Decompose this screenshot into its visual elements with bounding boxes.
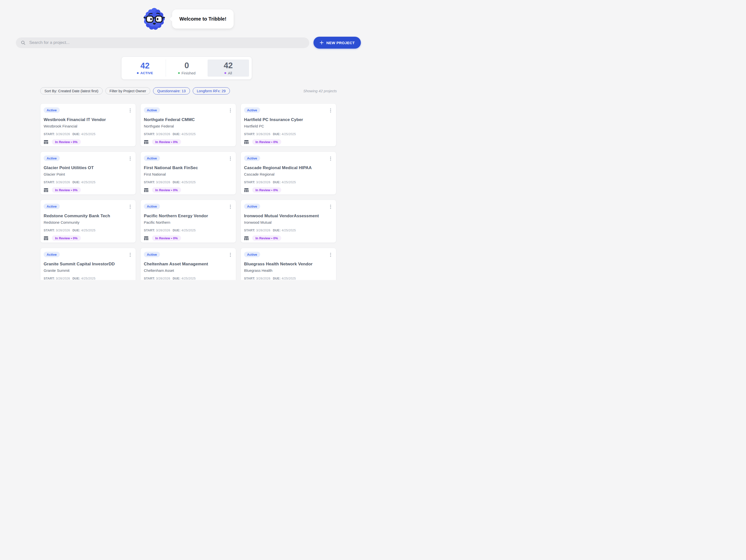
project-company: First National	[144, 172, 232, 176]
new-project-button[interactable]: NEW PROJECT	[314, 37, 361, 49]
start-date: 3/26/2026	[156, 229, 170, 232]
start-date: 3/26/2026	[156, 133, 170, 136]
new-project-label: NEW PROJECT	[326, 41, 355, 45]
start-date: 3/26/2026	[156, 180, 170, 184]
search-row: NEW PROJECT	[16, 37, 361, 49]
due-date: 4/25/2025	[81, 277, 95, 280]
status-badge: Active	[244, 156, 260, 161]
project-dates: START:3/26/2026 DUE:4/25/2025	[144, 277, 232, 280]
project-title: Cheltenham Asset Management	[144, 262, 232, 267]
welcome-speech-bubble: Welcome to Tribble!	[172, 9, 234, 29]
card-menu-icon[interactable]	[329, 156, 332, 162]
start-label: START:	[144, 229, 155, 232]
card-menu-icon[interactable]	[129, 108, 132, 114]
due-label: DUE:	[173, 229, 180, 232]
card-menu-icon[interactable]	[129, 204, 132, 210]
project-card[interactable]: Active Pacific Northern Energy Vendor Pa…	[140, 200, 236, 243]
start-label: START:	[144, 180, 155, 184]
search-input[interactable]	[29, 40, 304, 46]
stat-active[interactable]: 42 ACTIVE	[124, 59, 166, 77]
status-badge: Active	[144, 252, 160, 257]
review-progress-badge: In Review • 0%	[252, 187, 281, 193]
review-progress-badge: In Review • 0%	[52, 235, 81, 241]
project-grid: Active Westbrook Financial IT Vendor Wes…	[40, 104, 336, 280]
project-card[interactable]: Active Northgate Federal CMMC Northgate …	[140, 104, 236, 146]
due-label: DUE:	[273, 133, 281, 136]
review-progress-badge: In Review • 0%	[52, 187, 81, 193]
project-dates: START:3/26/2026 DUE:4/25/2025	[144, 180, 232, 184]
card-menu-icon[interactable]	[329, 204, 332, 210]
card-menu-icon[interactable]	[129, 156, 132, 162]
due-label: DUE:	[73, 180, 80, 184]
project-company: Glacier Point	[44, 172, 132, 176]
card-menu-icon[interactable]	[229, 156, 232, 162]
project-company: Westbrook Financial	[44, 124, 132, 128]
start-date: 3/26/2026	[56, 229, 70, 232]
table-icon	[244, 236, 249, 241]
table-icon	[44, 188, 48, 192]
table-icon	[44, 140, 48, 144]
project-card[interactable]: Active Westbrook Financial IT Vendor Wes…	[40, 104, 136, 146]
card-menu-icon[interactable]	[229, 108, 232, 114]
status-badge: Active	[144, 204, 160, 209]
project-dates: START:3/26/2026 DUE:4/25/2025	[44, 180, 132, 184]
project-title: Ironwood Mutual VendorAssessment	[244, 214, 332, 219]
project-card[interactable]: Active Bluegrass Health Network Vendor B…	[240, 248, 336, 280]
project-company: Northgate Federal	[144, 124, 232, 128]
project-dates: START:3/26/2026 DUE:4/25/2025	[44, 229, 132, 232]
start-date: 3/26/2026	[256, 180, 270, 184]
review-progress-badge: In Review • 0%	[252, 139, 281, 145]
table-icon	[44, 236, 48, 241]
questionnaire-chip[interactable]: Questionnaire: 13	[153, 87, 190, 94]
project-card[interactable]: Active Granite Summit Capital InvestorDD…	[40, 248, 136, 280]
project-card[interactable]: Active Ironwood Mutual VendorAssessment …	[240, 200, 336, 243]
project-dates: START:3/26/2026 DUE:4/25/2025	[144, 133, 232, 136]
card-menu-icon[interactable]	[329, 252, 332, 258]
card-menu-icon[interactable]	[329, 108, 332, 114]
status-badge: Active	[244, 204, 260, 209]
project-dates: START:3/26/2026 DUE:4/25/2025	[244, 277, 332, 280]
project-dates: START:3/26/2026 DUE:4/25/2025	[244, 133, 332, 136]
card-menu-icon[interactable]	[229, 204, 232, 210]
start-date: 3/26/2026	[156, 277, 170, 280]
stat-finished[interactable]: 0 Finished	[166, 59, 207, 77]
start-label: START:	[244, 180, 255, 184]
stat-active-value: 42	[140, 61, 149, 70]
stat-all[interactable]: 42 All	[208, 59, 249, 77]
table-icon	[244, 140, 249, 144]
search-bar[interactable]	[16, 37, 309, 48]
status-badge: Active	[44, 156, 60, 161]
start-date: 3/26/2026	[256, 277, 270, 280]
project-title: Hartfield PC Insurance Cyber	[244, 117, 332, 122]
sort-by-chip[interactable]: Sort By: Created Date (latest first)	[40, 87, 103, 94]
due-date: 4/25/2025	[181, 229, 196, 232]
longform-rfx-chip[interactable]: Longform RFx: 29	[193, 87, 230, 94]
status-badge: Active	[44, 107, 60, 113]
start-label: START:	[144, 277, 155, 280]
stat-finished-value: 0	[184, 61, 189, 69]
stat-active-label: ACTIVE	[140, 71, 153, 75]
project-card[interactable]: Active Cascade Regional Medical HIPAA Ca…	[240, 151, 336, 195]
project-card[interactable]: Active Cheltenham Asset Management Chelt…	[140, 248, 236, 280]
card-menu-icon[interactable]	[229, 252, 232, 258]
due-date: 4/25/2025	[282, 180, 296, 184]
stat-finished-label: Finished	[181, 71, 196, 75]
review-progress-badge: In Review • 0%	[152, 235, 181, 241]
card-menu-icon[interactable]	[129, 252, 132, 258]
project-card[interactable]: Active First National Bank FinSec First …	[140, 151, 236, 195]
project-card[interactable]: Active Redstone Community Bank Tech Reds…	[40, 200, 136, 243]
project-title: Glacier Point Utilities OT	[44, 165, 132, 170]
project-card[interactable]: Active Hartfield PC Insurance Cyber Hart…	[240, 104, 336, 146]
start-label: START:	[244, 133, 255, 136]
filter-row: Sort By: Created Date (latest first) Fil…	[40, 87, 337, 94]
project-dates: START:3/26/2026 DUE:4/25/2025	[144, 229, 232, 232]
start-date: 3/26/2026	[56, 133, 70, 136]
start-label: START:	[244, 229, 255, 232]
filter-owner-chip[interactable]: Filter by Project Owner	[106, 87, 150, 94]
due-label: DUE:	[273, 180, 281, 184]
project-title: Pacific Northern Energy Vendor	[144, 214, 232, 219]
project-dates: START:3/26/2026 DUE:4/25/2025	[244, 180, 332, 184]
start-label: START:	[44, 133, 55, 136]
project-card[interactable]: Active Glacier Point Utilities OT Glacie…	[40, 151, 136, 195]
project-title: First National Bank FinSec	[144, 165, 232, 170]
